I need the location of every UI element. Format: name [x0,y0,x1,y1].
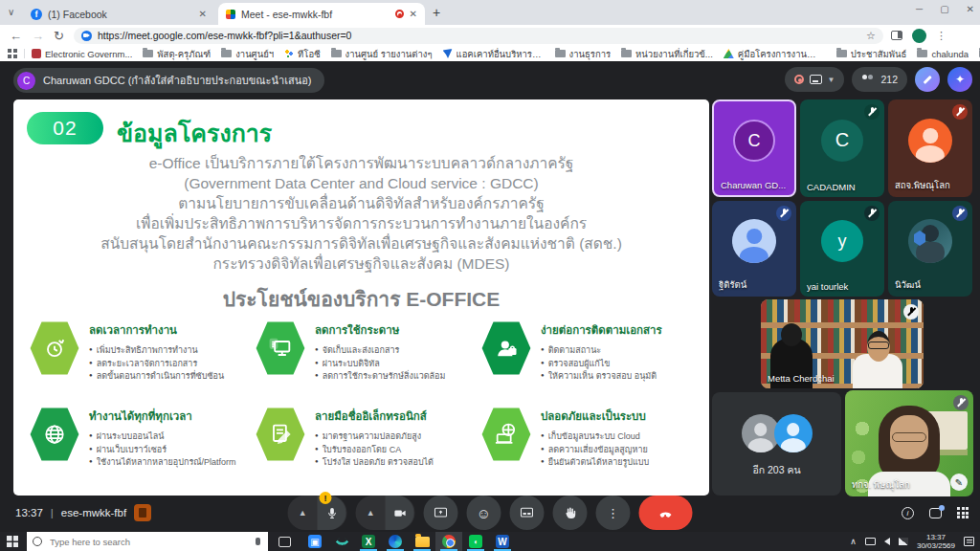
meet-page: C Charuwan GDCC (กำลังใส่คำอธิบายประกอบข… [0,61,980,532]
present-screen-button[interactable] [424,496,458,530]
info-icon[interactable]: i [902,507,914,519]
presentation-slide[interactable]: 02 ข้อมูลโครงการ e-Office เป็นบริการภายใ… [13,99,709,496]
chevron-up-icon[interactable]: ▲ [367,508,375,518]
network-icon[interactable] [899,538,908,545]
end-call-button[interactable] [639,496,693,530]
chevron-up-icon[interactable]: ▲ [299,508,307,518]
participant-tile[interactable]: นิวัฒน์ [888,201,972,297]
new-tab-button[interactable]: + [433,5,440,20]
participant-video-tile[interactable]: Metta Cherdchai [761,299,924,388]
participant-tile[interactable]: C Charuwan GD... [712,99,796,197]
signature-pen-icon [255,406,306,463]
search-input[interactable] [48,536,250,548]
captions-button[interactable] [510,496,545,530]
slide-benefits-heading: ประโยชน์ของบริการ E-OFFICE [13,283,709,315]
raise-hand-button[interactable] [553,496,588,530]
participant-tile[interactable]: C CADADMIN [800,99,884,197]
slide-paragraph: e-Office เป็นบริการภายใต้โครงการพัฒนาระบ… [13,153,709,274]
close-window-button[interactable]: ✕ [967,4,974,14]
back-button[interactable]: ← [10,29,22,43]
close-tab-icon[interactable]: ✕ [199,9,207,19]
bookmark-star-icon[interactable]: ☆ [866,30,876,42]
chat-icon[interactable] [929,508,942,518]
bookmark-folder[interactable]: งานศูนย์ รายงานต่างๆ [331,47,433,61]
profile-avatar[interactable] [912,29,926,43]
recording-status-pill[interactable]: ▼ [785,67,845,92]
activities-grid-icon[interactable] [957,507,969,518]
notification-center-icon[interactable] [964,537,974,546]
feature-bullet: เพิ่มประสิทธิภาพการทำงาน [89,343,224,357]
bookmark-item[interactable]: แอคเคาท์อื่นบริหารพยุท... [443,47,545,61]
search-ring-icon [33,537,42,546]
bookmark-folder[interactable]: งานศูนย์ฯ [221,47,274,61]
browser-menu-icon[interactable]: ⋮ [936,30,947,42]
taskbar-chrome-icon[interactable] [435,532,462,551]
camera-control[interactable]: ▲ [356,496,415,530]
participant-name: yai tourlek [807,281,848,292]
task-view-button[interactable] [278,537,291,547]
mic-control[interactable]: ! ▲ [288,496,347,530]
taskbar-zoom-icon[interactable]: ▣ [301,532,328,551]
feature-bullet: ผ่านเว็บเบราว์เซอร์ [89,443,236,456]
annotate-button[interactable] [915,67,940,92]
bookmark-folder[interactable]: ประชาสัมพันธ์ [836,47,907,61]
tab-search-icon[interactable]: ∨ [8,7,14,17]
feature-block: ลดการใช้กระดาษ จัดเก็บและส่งเอกสาร ผ่านร… [255,316,480,394]
presenter-avatar: C [17,72,35,90]
address-bar[interactable]: https://meet.google.com/ese-mwkk-fbf?pli… [74,28,883,44]
minimize-button[interactable]: ─ [916,4,923,14]
feature-bullet: ใช้งานได้หลากหลายอุปกรณ์/Platform [89,455,236,469]
taskbar-line-icon[interactable]: ◖ [462,532,489,551]
taskbar-file-explorer-icon[interactable] [409,532,435,551]
feature-bullet: มาตรฐานความปลอดภัยสูง [315,430,434,443]
taskbar-excel-icon[interactable]: X [355,532,382,551]
screen: ∨ f (1) Facebook ✕ Meet - ese-mwkk-fbf ✕… [0,0,980,551]
paragraph-line: (Government Data Center and Cloud servic… [13,173,709,193]
side-panel-icon[interactable] [891,31,902,40]
participant-tile[interactable]: ฐิติรัตน์ [712,201,796,297]
participant-video-tile[interactable]: ✎ ทกจ. พิษณุโลก [845,390,973,496]
window-controls: ─ ▢ ✕ [916,4,974,14]
taskbar-phone-icon[interactable] [328,532,355,551]
maximize-button[interactable]: ▢ [940,4,948,14]
participants-pill[interactable]: 212 [852,67,907,92]
camera-icon[interactable] [386,496,414,530]
apps-grid-icon[interactable] [8,49,17,58]
reactions-button[interactable]: ☺ [467,496,501,530]
tab-meet[interactable]: Meet - ese-mwkk-fbf ✕ [218,3,425,25]
url-text: https://meet.google.com/ese-mwkk-fbf?pli… [98,30,860,41]
display-icon[interactable] [865,538,876,545]
paragraph-line: เพื่อเพิ่มประสิทธิภาพการบริหารจัดการกระบ… [13,213,709,233]
feature-bullet: ตรวจสอบผู้แก้ไข [541,357,662,370]
more-options-button[interactable]: ⋮ [596,496,631,530]
taskbar-edge-icon[interactable] [382,532,409,551]
volume-icon[interactable] [884,538,890,545]
participant-tile[interactable]: y yai tourlek [800,201,884,297]
taskbar-word-icon[interactable]: W [489,532,516,551]
bookmark-folder[interactable]: chalunda [917,49,969,59]
feature-bullet: ผ่านระบบดิจิทัล [315,357,445,370]
bookmark-item[interactable]: คู่มือโครงการงานสำคัญ... [724,47,826,61]
start-button[interactable] [7,536,18,547]
bookmark-folder[interactable]: หน่วยงานที่เกี่ยวข้... [621,47,713,61]
feature-bullet: ลดการใช้กระดาษรักษ์สิ่งแวดล้อม [315,369,445,383]
forward-button[interactable]: → [32,29,44,43]
tray-chevron-icon[interactable]: ∧ [850,537,857,546]
bookmark-folder[interactable]: พัสดุ-ครุภัณฑ์ [143,47,211,61]
tile-action-icon[interactable]: ✎ [950,474,968,491]
tab-facebook[interactable]: f (1) Facebook ✕ [23,3,214,25]
bookmark-folder[interactable]: งานธุรการ [555,47,612,61]
close-tab-icon[interactable]: ✕ [410,9,417,19]
feature-block: ลายมือชื่ออิเล็กทรอนิกส์ มาตรฐานความปลอด… [255,402,480,480]
participant-tile[interactable]: สถจ.พิษณุโลก [888,99,972,197]
more-participants-tile[interactable]: อีก 203 คน [712,392,841,496]
browser-toolbar: ← → ↻ https://meet.google.com/ese-mwkk-f… [0,25,980,46]
gemini-button[interactable]: ✦ [947,67,972,92]
taskbar-search[interactable] [27,532,268,551]
paragraph-line: e-Office เป็นบริการภายใต้โครงการพัฒนาระบ… [13,153,709,173]
reload-button[interactable]: ↻ [54,29,64,43]
tray-clock[interactable]: 13:37 30/03/2569 [917,533,955,550]
feature-bullet: ลดระยะเวลาจัดการเอกสาร [89,357,224,370]
bookmark-item[interactable]: ทีโอซี [284,47,321,61]
bookmark-item[interactable]: Electronic Governm... [32,49,132,59]
